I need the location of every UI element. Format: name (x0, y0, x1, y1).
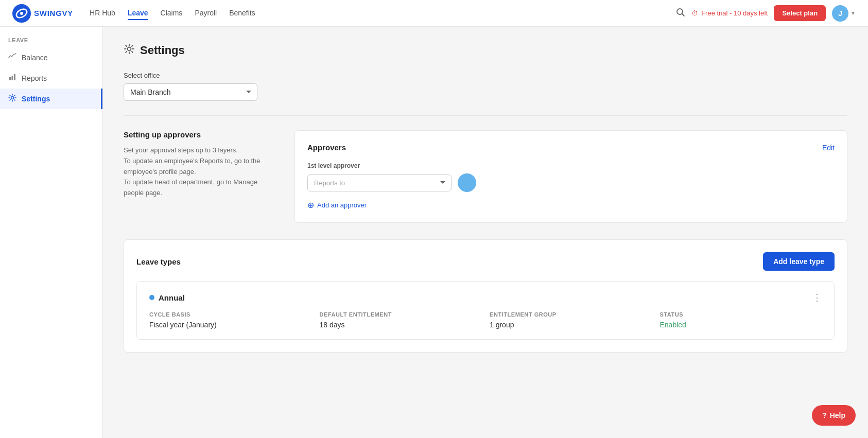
reports-icon (8, 73, 16, 83)
cycle-basis-value: Fiscal year (January) (149, 321, 311, 329)
sidebar-item-settings-label: Settings (22, 95, 50, 103)
status-label: STATUS (660, 311, 822, 318)
add-approver-button[interactable]: ⊕ Add an approver (307, 200, 367, 210)
page-title: Settings (140, 44, 185, 57)
plus-icon: ⊕ (307, 200, 314, 210)
approver-select[interactable]: Reports to (307, 174, 452, 191)
help-button[interactable]: ? Help (812, 405, 856, 426)
sidebar-item-reports[interactable]: Reports (0, 68, 102, 89)
logo[interactable]: SWINGVY (12, 4, 73, 23)
select-plan-button[interactable]: Select plan (774, 5, 826, 21)
status-col: STATUS Enabled (660, 311, 822, 329)
sidebar: LEAVE Balance Reports Settings (0, 27, 103, 438)
office-select[interactable]: Main Branch (124, 83, 257, 101)
leave-type-menu-icon[interactable]: ⋮ (812, 292, 822, 303)
sidebar-item-settings[interactable]: Settings (0, 89, 102, 109)
entitlement-group-label: ENTITLEMENT GROUP (490, 311, 652, 318)
search-icon[interactable] (676, 8, 685, 19)
sidebar-item-balance[interactable]: Balance (0, 47, 102, 68)
svg-rect-6 (12, 76, 13, 80)
cycle-basis-label: CYCLE BASIS (149, 311, 311, 318)
free-trial-text: Free trial - 10 days left (701, 9, 768, 17)
approvers-description-text: Set your approval steps up to 3 layers. … (124, 145, 278, 199)
sidebar-section-label: LEAVE (0, 37, 102, 47)
edit-approvers-link[interactable]: Edit (822, 144, 835, 152)
leave-types-header: Leave types Add leave type (136, 252, 835, 271)
svg-rect-7 (14, 74, 15, 80)
layout: LEAVE Balance Reports Settings Se (0, 27, 868, 438)
add-leave-type-button[interactable]: Add leave type (763, 252, 835, 271)
approvers-card-title: Approvers (307, 143, 346, 152)
leave-type-name: Annual (159, 293, 185, 302)
approvers-section: Setting up approvers Set your approval s… (124, 130, 847, 223)
logo-text: SWINGVY (34, 9, 73, 17)
add-approver-label: Add an approver (317, 201, 367, 209)
leave-item-name: Annual (149, 293, 185, 302)
leave-type-item-annual: Annual ⋮ CYCLE BASIS Fiscal year (Januar… (136, 281, 835, 340)
main-content: Settings Select office Main Branch Setti… (103, 27, 868, 438)
default-entitlement-label: DEFAULT ENTITLEMENT (320, 311, 482, 318)
page-title-row: Settings (124, 43, 847, 57)
page-settings-icon (124, 43, 135, 57)
approvers-description: Setting up approvers Set your approval s… (124, 130, 278, 199)
free-trial-badge: ⏱ Free trial - 10 days left (691, 9, 768, 17)
sidebar-item-balance-label: Balance (22, 54, 48, 62)
user-menu[interactable]: J ▼ (832, 5, 856, 22)
section-divider-1 (124, 115, 847, 116)
entitlement-group-value: 1 group (490, 321, 652, 329)
svg-line-4 (682, 13, 685, 16)
select-office-section: Select office Main Branch (124, 72, 847, 101)
leave-type-dot (149, 295, 154, 300)
svg-point-8 (11, 97, 14, 99)
balance-icon (8, 52, 16, 63)
select-office-label: Select office (124, 72, 847, 79)
svg-rect-5 (9, 77, 11, 80)
help-label: Help (830, 411, 845, 419)
approver-avatar (458, 173, 476, 192)
nav-right: ⏱ Free trial - 10 days left Select plan … (676, 5, 856, 22)
nav-benefits[interactable]: Benefits (229, 7, 255, 20)
svg-point-2 (20, 12, 23, 15)
default-entitlement-value: 18 days (320, 321, 482, 329)
leave-types-section: Leave types Add leave type Annual ⋮ CYCL… (124, 239, 847, 353)
default-entitlement-col: DEFAULT ENTITLEMENT 18 days (320, 311, 482, 329)
approvers-card: Approvers Edit 1st level approver Report… (294, 130, 847, 223)
approver-level-label: 1st level approver (307, 162, 835, 169)
topnav: SWINGVY HR Hub Leave Claims Payroll Bene… (0, 0, 868, 27)
settings-icon (8, 94, 16, 104)
chevron-down-icon: ▼ (850, 10, 856, 16)
free-trial-icon: ⏱ (691, 9, 698, 17)
help-icon: ? (822, 411, 827, 419)
cycle-basis-col: CYCLE BASIS Fiscal year (January) (149, 311, 311, 329)
nav-links: HR Hub Leave Claims Payroll Benefits (90, 7, 676, 20)
nav-claims[interactable]: Claims (161, 7, 183, 20)
leave-item-header: Annual ⋮ (149, 292, 822, 303)
status-badge: Enabled (660, 321, 822, 329)
nav-hr-hub[interactable]: HR Hub (90, 7, 115, 20)
entitlement-group-col: ENTITLEMENT GROUP 1 group (490, 311, 652, 329)
nav-leave[interactable]: Leave (128, 7, 148, 20)
approver-row: Reports to (307, 173, 835, 192)
leave-details: CYCLE BASIS Fiscal year (January) DEFAUL… (149, 311, 822, 329)
approvers-card-header: Approvers Edit (307, 143, 835, 152)
avatar[interactable]: J (832, 5, 848, 22)
sidebar-item-reports-label: Reports (22, 74, 47, 82)
nav-payroll[interactable]: Payroll (195, 7, 217, 20)
svg-point-9 (128, 47, 131, 51)
leave-types-title: Leave types (136, 257, 181, 266)
approvers-description-title: Setting up approvers (124, 130, 278, 139)
